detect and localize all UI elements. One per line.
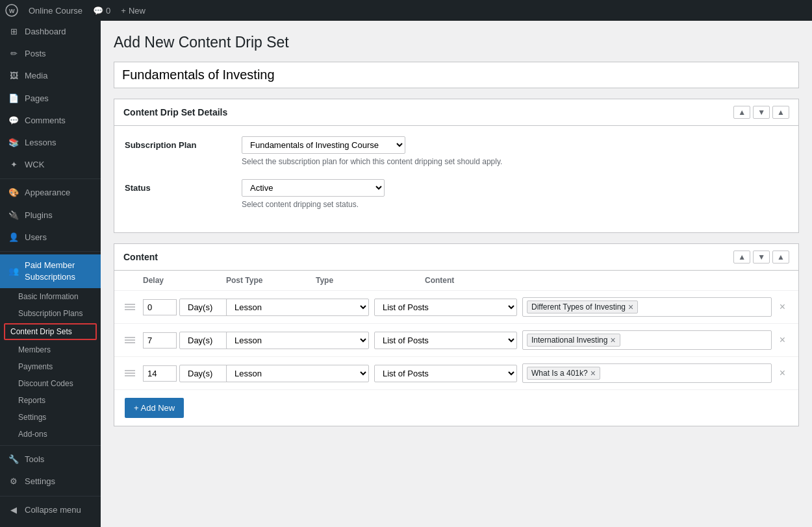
content-tag-input-2[interactable]: What Is a 401k? × — [522, 363, 772, 383]
sidebar-item-settings[interactable]: ⚙ Settings — [0, 471, 101, 493]
type-select-1[interactable]: List of Posts Single Post — [374, 332, 517, 349]
drag-handle-2[interactable] — [125, 370, 138, 376]
sidebar-sub-basic-info[interactable]: Basic Information — [0, 288, 101, 305]
details-panel-header: Content Drip Set Details ▲ ▼ ▲ — [114, 99, 798, 126]
delay-num-0[interactable] — [143, 299, 177, 315]
delay-num-2[interactable] — [143, 365, 177, 382]
subscription-plan-row: Subscription Plan Fundamentals of Invest… — [125, 136, 788, 166]
collapse-icon: ◀ — [8, 504, 19, 516]
topbar: W Online Course 💬 0 + New — [0, 0, 812, 21]
content-panel-title: Content — [123, 252, 158, 262]
details-panel-title: Content Drip Set Details — [123, 107, 227, 117]
content-tag-input-0[interactable]: Different Types of Investing × — [522, 297, 772, 317]
tag-0-0: Different Types of Investing × — [527, 300, 638, 313]
status-select[interactable]: Active Inactive — [242, 179, 385, 197]
sidebar-item-media[interactable]: 🖼 Media — [0, 65, 101, 87]
sidebar-sub-content-drip-sets[interactable]: Content Drip Sets — [4, 323, 97, 340]
sidebar-item-pms[interactable]: 👥 Paid Member Subscriptions — [0, 254, 101, 288]
details-panel-body: Subscription Plan Fundamentals of Invest… — [114, 126, 798, 232]
delay-group-0: Day(s) Week(s) Month(s) — [143, 299, 221, 316]
topbar-new-button[interactable]: + New — [121, 6, 146, 16]
dashboard-icon: ⊞ — [8, 26, 19, 38]
title-input[interactable] — [114, 62, 799, 88]
post-type-select-2[interactable]: Lesson Post Page — [226, 365, 369, 382]
remove-row-2[interactable]: × — [777, 365, 788, 382]
delay-group-1: Day(s) Week(s) Month(s) — [143, 332, 221, 349]
table-row: Day(s) Week(s) Month(s) Lesson Post Page… — [114, 291, 798, 324]
delay-num-1[interactable] — [143, 332, 177, 349]
posts-icon: ✏ — [8, 48, 19, 60]
tag-2-0: What Is a 401k? × — [527, 367, 600, 380]
site-name[interactable]: Online Course — [29, 6, 82, 16]
content-collapse-down[interactable]: ▼ — [753, 251, 770, 264]
status-row: Status Active Inactive Select content dr… — [125, 179, 788, 209]
add-new-button[interactable]: + Add New — [125, 398, 184, 418]
sidebar-item-appearance[interactable]: 🎨 Appearance — [0, 182, 101, 204]
sidebar-item-dashboard[interactable]: ⊞ Dashboard — [0, 21, 101, 43]
sidebar-item-plugins[interactable]: 🔌 Plugins — [0, 204, 101, 227]
details-collapse-down[interactable]: ▼ — [753, 106, 770, 119]
content-panel: Content ▲ ▼ ▲ Delay Post Type Type Conte… — [114, 243, 799, 426]
details-panel: Content Drip Set Details ▲ ▼ ▲ Subscript… — [114, 99, 799, 233]
details-panel-controls: ▲ ▼ ▲ — [733, 106, 789, 119]
post-type-select-1[interactable]: Lesson Post Page — [226, 332, 369, 349]
sidebar-sub-subscription-plans[interactable]: Subscription Plans — [0, 305, 101, 322]
sidebar-sub-members[interactable]: Members — [0, 341, 101, 358]
sidebar: ⊞ Dashboard ✏ Posts 🖼 Media 📄 Pages 💬 Co… — [0, 21, 101, 527]
remove-row-0[interactable]: × — [777, 299, 788, 315]
content-toggle[interactable]: ▲ — [772, 251, 789, 264]
content-panel-header: Content ▲ ▼ ▲ — [114, 244, 798, 271]
col-drag-header — [125, 276, 138, 285]
main-content: Add New Content Drip Set Content Drip Se… — [101, 21, 812, 527]
comments-icon: 💬 — [8, 115, 19, 127]
settings-icon: ⚙ — [8, 476, 19, 488]
sidebar-item-users[interactable]: 👤 Users — [0, 227, 101, 249]
sidebar-collapse[interactable]: ◀ Collapse menu — [0, 499, 101, 521]
remove-row-1[interactable]: × — [777, 332, 788, 349]
content-panel-controls: ▲ ▼ ▲ — [733, 251, 789, 264]
drag-handle-0[interactable] — [125, 304, 138, 310]
type-select-2[interactable]: List of Posts Single Post — [374, 365, 517, 382]
topbar-comments[interactable]: 💬 0 — [93, 6, 110, 16]
sidebar-item-wck[interactable]: ✦ WCK — [0, 154, 101, 176]
pages-icon: 📄 — [8, 93, 19, 104]
tag-remove-0-0[interactable]: × — [628, 302, 633, 312]
sidebar-item-tools[interactable]: 🔧 Tools — [0, 448, 101, 471]
subscription-plan-label: Subscription Plan — [125, 136, 242, 150]
sidebar-sub-settings[interactable]: Settings — [0, 409, 101, 426]
status-label: Status — [125, 179, 242, 193]
status-hint: Select content dripping set status. — [242, 200, 788, 209]
svg-text:W: W — [9, 8, 15, 14]
sidebar-sub-reports[interactable]: Reports — [0, 392, 101, 409]
col-delay-header: Delay — [143, 276, 221, 285]
sidebar-sub-discount-codes[interactable]: Discount Codes — [0, 375, 101, 392]
sidebar-item-pages[interactable]: 📄 Pages — [0, 88, 101, 110]
sidebar-item-lessons[interactable]: 📚 Lessons — [0, 132, 101, 154]
users-icon: 👤 — [8, 232, 19, 243]
subscription-plan-hint: Select the subscription plan for which t… — [242, 157, 788, 166]
type-select-0[interactable]: List of Posts Single Post — [374, 299, 517, 316]
sidebar-sub-add-ons[interactable]: Add-ons — [0, 426, 101, 443]
table-row: Day(s) Week(s) Month(s) Lesson Post Page… — [114, 357, 798, 390]
col-posttype-header: Post Type — [226, 276, 311, 285]
wp-logo[interactable]: W — [5, 4, 18, 17]
col-remove-header — [772, 276, 788, 285]
drag-handle-1[interactable] — [125, 337, 138, 343]
subscription-plan-select[interactable]: Fundamentals of Investing Course — [242, 136, 405, 154]
details-collapse-up[interactable]: ▲ — [733, 106, 750, 119]
post-type-select-0[interactable]: Lesson Post Page — [226, 299, 369, 316]
content-tag-input-1[interactable]: International Investing × — [522, 330, 772, 350]
content-collapse-up[interactable]: ▲ — [733, 251, 750, 264]
appearance-icon: 🎨 — [8, 187, 19, 199]
tools-icon: 🔧 — [8, 454, 19, 465]
sidebar-item-comments[interactable]: 💬 Comments — [0, 110, 101, 132]
tag-remove-1-0[interactable]: × — [610, 336, 615, 345]
tag-1-0: International Investing × — [527, 334, 620, 347]
tag-remove-2-0[interactable]: × — [590, 369, 596, 378]
lessons-icon: 📚 — [8, 137, 19, 149]
sidebar-item-posts[interactable]: ✏ Posts — [0, 43, 101, 65]
wck-icon: ✦ — [8, 159, 19, 171]
details-toggle[interactable]: ▲ — [772, 106, 789, 119]
sidebar-sub-payments[interactable]: Payments — [0, 358, 101, 375]
content-columns: Delay Post Type Type Content — [114, 271, 798, 291]
